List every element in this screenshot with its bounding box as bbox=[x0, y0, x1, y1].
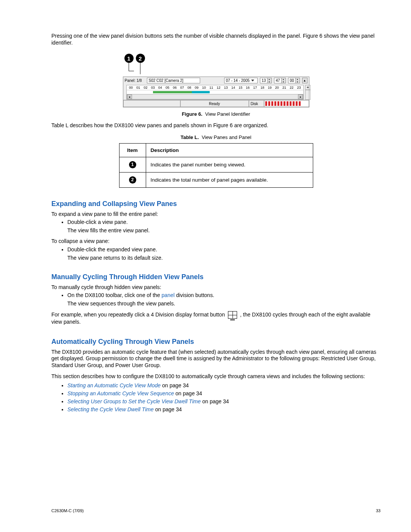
timeline[interactable]: 0001020304050607080910111213141516171819… bbox=[126, 85, 304, 100]
sec2-sub1: The view sequences through the view pane… bbox=[67, 300, 381, 307]
intro-paragraph: Pressing one of the view panel division … bbox=[51, 33, 381, 46]
table-header-item: Item bbox=[119, 143, 146, 157]
panel-link[interactable]: panel bbox=[162, 292, 175, 298]
timeline-hour: 23 bbox=[295, 86, 303, 89]
screenshot-panel: Panel: 1/8 S02 C02 [Camera 2] 07 - 14 - … bbox=[123, 77, 309, 107]
sec3-p2: This section describes how to configure … bbox=[51, 373, 381, 380]
table-caption: Table L. View Panes and Panel bbox=[51, 134, 381, 140]
panel-label: Panel: 1/8 bbox=[125, 78, 145, 83]
callout-leader-1 bbox=[129, 63, 134, 71]
disk-usage-bar bbox=[264, 100, 309, 107]
timeline-hour: 11 bbox=[208, 86, 215, 89]
callout-leader-2 bbox=[140, 63, 143, 74]
list-item: Stopping an Automatic Cycle View Sequenc… bbox=[67, 390, 381, 396]
list-item: Selecting the Cycle View Dwell Time on p… bbox=[67, 406, 381, 412]
timeline-hour: 17 bbox=[252, 86, 259, 89]
footer-page-number: 33 bbox=[376, 508, 381, 513]
date-dropdown[interactable]: 07 - 14 - 2005 bbox=[224, 78, 258, 83]
table-cell-desc: Indicates the panel number being viewed. bbox=[146, 157, 313, 172]
cross-ref-link[interactable]: Stopping an Automatic Cycle View Sequenc… bbox=[67, 390, 174, 396]
up-arrow-button[interactable]: ▲ bbox=[302, 78, 307, 83]
timeline-hour: 04 bbox=[156, 86, 164, 89]
sec3-p1: The DX8100 provides an automatic cycle f… bbox=[51, 349, 381, 369]
sec1-p2: To collapse a view pane: bbox=[51, 238, 381, 245]
timeline-hour: 00 bbox=[127, 86, 135, 89]
timeline-hour: 05 bbox=[164, 86, 171, 89]
sec1-sub1: The view fills the entire view panel. bbox=[67, 227, 381, 233]
heading-auto-cycle: Automatically Cycling Through View Panel… bbox=[51, 338, 381, 346]
timeline-hour: 12 bbox=[215, 86, 222, 89]
timeline-hour: 03 bbox=[149, 86, 156, 89]
four-division-icon bbox=[228, 311, 237, 319]
status-cell-left bbox=[123, 100, 180, 107]
list-item: Selecting User Groups to Set the Cycle V… bbox=[67, 398, 381, 404]
scroll-right-button[interactable]: ▸ bbox=[298, 94, 303, 99]
list-item: Starting an Automatic Cycle View Mode on… bbox=[67, 382, 381, 388]
cross-ref-link[interactable]: Selecting User Groups to Set the Cycle V… bbox=[67, 398, 201, 404]
status-ready: Ready bbox=[180, 100, 249, 107]
minute-spinner[interactable]: ▴▾ bbox=[282, 78, 286, 83]
footer-doc-id: C2630M-C (7/09) bbox=[51, 508, 84, 513]
timeline-hour: 16 bbox=[244, 86, 252, 89]
sec2-p1: To manually cycle through hidden view pa… bbox=[51, 284, 381, 291]
table-row: 2 Indicates the total number of panel pa… bbox=[119, 172, 313, 187]
figure-caption: Figure 6. View Panel Identifier bbox=[51, 111, 381, 117]
item-badge: 1 bbox=[129, 161, 136, 168]
timeline-hour: 09 bbox=[193, 86, 200, 89]
timeline-hour: 10 bbox=[200, 86, 207, 89]
zoom-plus[interactable]: + bbox=[305, 85, 311, 90]
list-item: On the DX8100 toolbar, click one of the … bbox=[67, 292, 381, 298]
cross-ref-link[interactable]: Selecting the Cycle View Dwell Time bbox=[67, 406, 154, 412]
sec2-example: For example, when you repeatedly click a… bbox=[51, 311, 381, 326]
timeline-hour: 18 bbox=[259, 86, 266, 89]
callout-badge-1: 1 bbox=[124, 54, 134, 63]
after-figure-paragraph: Table L describes how the DX8100 view pa… bbox=[51, 122, 381, 129]
timeline-hour: 08 bbox=[186, 86, 193, 89]
timeline-hour: 15 bbox=[237, 86, 244, 89]
timeline-hour: 06 bbox=[171, 86, 178, 89]
table-cell-desc: Indicates the total number of panel page… bbox=[146, 172, 313, 187]
timeline-hour: 22 bbox=[288, 86, 295, 89]
zoom-track bbox=[305, 90, 311, 100]
cross-ref-link[interactable]: Starting an Automatic Cycle View Mode bbox=[67, 382, 161, 388]
figure-6: 1 2 Panel: 1/8 S02 C02 [Camera 2] 07 - 1… bbox=[123, 54, 309, 107]
timeline-hour: 02 bbox=[142, 86, 149, 89]
list-item: Double-click the expanded view pane. bbox=[67, 246, 381, 252]
list-item: Double-click a view pane. bbox=[67, 219, 381, 225]
minute-field[interactable]: 47 bbox=[274, 78, 282, 83]
timeline-hour: 14 bbox=[229, 86, 237, 89]
hour-spinner[interactable]: ▴▾ bbox=[268, 78, 272, 83]
callout-badge-2: 2 bbox=[136, 54, 145, 63]
table-l: Item Description 1 Indicates the panel n… bbox=[119, 143, 313, 188]
timeline-hour: 07 bbox=[178, 86, 186, 89]
sec1-p1: To expand a view pane to fill the entire… bbox=[51, 211, 381, 218]
status-disk-label: Disk bbox=[249, 100, 264, 107]
second-field[interactable]: 00 bbox=[288, 78, 296, 83]
sec1-sub2: The view pane returns to its default siz… bbox=[67, 255, 381, 261]
item-badge: 2 bbox=[129, 176, 136, 184]
site-field[interactable]: S02 C02 [Camera 2] bbox=[147, 78, 200, 83]
second-spinner[interactable]: ▴▾ bbox=[296, 78, 300, 83]
heading-manual-cycle: Manually Cycling Through Hidden View Pan… bbox=[51, 273, 381, 281]
timeline-hour: 20 bbox=[273, 86, 280, 89]
heading-expanding-collapsing: Expanding and Collapsing View Panes bbox=[51, 200, 381, 208]
hour-field[interactable]: 13 bbox=[260, 78, 268, 83]
timeline-hour: 19 bbox=[266, 86, 273, 89]
table-header-description: Description bbox=[146, 143, 313, 157]
timeline-hour: 01 bbox=[135, 86, 142, 89]
timeline-hour: 21 bbox=[280, 86, 288, 89]
table-row: 1 Indicates the panel number being viewe… bbox=[119, 157, 313, 172]
timeline-hour: 13 bbox=[222, 86, 229, 89]
scroll-left-button[interactable]: ◂ bbox=[127, 94, 132, 99]
